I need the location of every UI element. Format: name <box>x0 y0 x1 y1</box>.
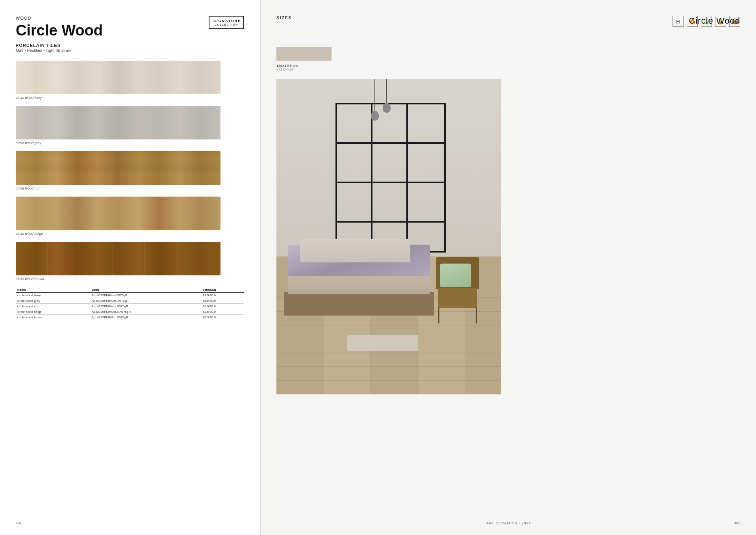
table-cell-name: circle wood grey <box>16 298 90 304</box>
right-header: SIZES ⊞ 🔥 🍃 🔒 📦 <box>276 16 740 27</box>
tile-label-grey: circle wood grey <box>16 141 244 145</box>
chair-legs <box>438 307 477 323</box>
door-frame-hf4 <box>335 221 446 223</box>
table-cell-size: 19.5/30.0 <box>201 293 244 298</box>
left-page: WOOD Circle Wood SIGNATURE COLLECTION PO… <box>0 0 260 535</box>
table-cell-code: App/G25PMMBei.63W75gR <box>90 309 201 315</box>
brand-label: RAK CERAMICS | 2024 <box>486 521 531 525</box>
table-row: circle wood beigeApp/G25PMMBei.63W75gR13… <box>16 309 244 315</box>
size-display: 120X19.5 cm 47.24"×7.67" <box>276 47 740 71</box>
pendant-right <box>383 79 391 113</box>
col-header-size: Size(CM) <box>201 287 244 293</box>
table-cell-size: 19.5/30.0 <box>201 304 244 309</box>
tile-sample-nut <box>16 151 220 185</box>
bed-pillow <box>300 239 410 262</box>
divider-line <box>276 35 740 35</box>
table-row: circle wood ivoryApp/G25PMMIvo.9075gR19.… <box>16 293 244 298</box>
sizes-label: SIZES <box>276 16 292 20</box>
door-frame-vf2 <box>371 103 372 253</box>
door-frame-vf4 <box>444 103 446 253</box>
chair-pillow <box>440 264 471 287</box>
door-frame-vf1 <box>335 103 337 253</box>
table-cell-code: App/G25PMMGro.9075gR <box>90 298 201 304</box>
table-row: circle wood nutApp/G25PMMNut.9075gR19.5/… <box>16 304 244 309</box>
room-image: WOOD <box>276 79 501 394</box>
tile-sample-brown <box>16 242 220 275</box>
right-product-title: Circle Wood <box>689 16 740 26</box>
chair-seat <box>438 288 477 308</box>
table-row: circle wood greyApp/G25PMMGro.9075gR19.5… <box>16 298 244 304</box>
tile-description: Matt • Rectified • Light Structure <box>16 48 244 53</box>
tile-label-beige: circle wood beige <box>16 232 244 236</box>
door-frame-hf1 <box>335 103 446 104</box>
table-cell-name: circle wood beige <box>16 309 90 315</box>
tile-sample-grey <box>16 106 220 139</box>
tile-label-ivory: circle wood ivory <box>16 96 244 100</box>
table-cell-code: App/G25PMMIvo.9075gR <box>90 293 201 298</box>
col-header-code: Code <box>90 287 201 293</box>
table-cell-size: 19.5/30.0 <box>201 298 244 304</box>
col-header-name: Name <box>16 287 90 293</box>
table-cell-name: circle wood nut <box>16 304 90 309</box>
size-imperial: 47.24"×7.67" <box>276 68 740 71</box>
door-frame-vf3 <box>406 103 408 253</box>
tile-sample-ivory <box>16 61 220 94</box>
tile-sample-beige <box>16 197 220 230</box>
bed <box>284 237 434 316</box>
specs-table: Name Code Size(CM) circle wood ivoryApp/… <box>16 287 244 320</box>
table-cell-size: 13.5/30.0 <box>201 309 244 315</box>
door-frame-hf3 <box>335 182 446 183</box>
glass-door <box>335 103 446 253</box>
door-frame-hf2 <box>335 142 446 144</box>
table-cell-name: circle wood brown <box>16 315 90 320</box>
chair <box>434 260 489 323</box>
signature-bottom: COLLECTION <box>213 23 239 26</box>
table-cell-name: circle wood ivory <box>16 293 90 298</box>
grid-icon[interactable]: ⊞ <box>673 16 684 27</box>
tile-label-brown: circle wood brown <box>16 277 244 281</box>
right-page: Circle Wood SIZES ⊞ 🔥 🍃 🔒 📦 120X19.5 cm … <box>261 0 756 535</box>
table-cell-code: App/G25PMMNut.9075gR <box>90 304 201 309</box>
bed-base <box>284 292 434 316</box>
page-number-right: 405 <box>734 521 740 525</box>
pendant-left <box>371 79 379 121</box>
tile-type: PORCELAIN TILES <box>16 43 244 48</box>
sink-unit <box>347 335 418 351</box>
size-metric: 120X19.5 cm <box>276 64 740 68</box>
size-swatch <box>276 47 332 61</box>
page-number-left: 404 <box>16 521 22 525</box>
table-cell-size: 19.5/30.0 <box>201 315 244 320</box>
table-cell-code: App/G25PMMBru.9075gR <box>90 315 201 320</box>
signature-badge: SIGNATURE COLLECTION <box>209 16 244 29</box>
signature-top: SIGNATURE <box>213 19 239 23</box>
table-row: circle wood brownApp/G25PMMBru.9075gR19.… <box>16 315 244 320</box>
tile-label-nut: circle wood nut <box>16 186 244 190</box>
